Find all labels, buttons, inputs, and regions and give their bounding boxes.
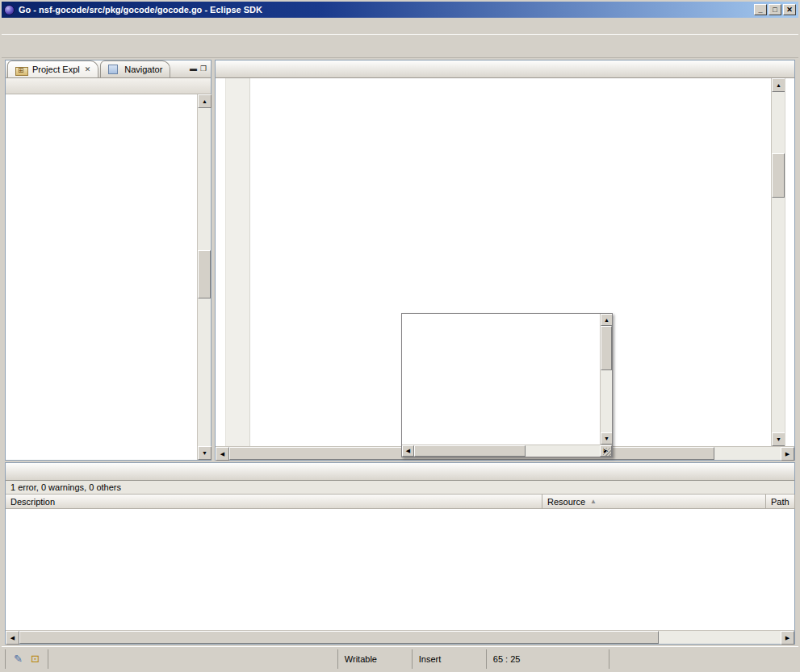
close-icon[interactable]: ✕ <box>85 65 91 73</box>
eclipse-logo-icon <box>4 5 15 15</box>
project-explorer-icon <box>15 64 26 75</box>
window-title: Go - nsf-gocode/src/pkg/gocode/gocode.go… <box>19 5 752 15</box>
problems-panel: 1 error, 0 warnings, 0 others Descriptio… <box>5 462 795 645</box>
editor-tab-row <box>216 61 794 78</box>
popup-vertical-scrollbar[interactable]: ▲ ▼ <box>600 314 612 445</box>
eclipse-window: Go - nsf-gocode/src/pkg/gocode/gocode.go… <box>0 0 800 672</box>
insert-mode-indicator: Insert <box>412 649 486 669</box>
main-area: Project Expl ✕ Navigator ▬ ❐ ▲ ▼ <box>2 58 798 462</box>
navigator-icon <box>108 65 118 74</box>
annotation-ruler[interactable] <box>216 78 226 446</box>
popup-resize-grip[interactable] <box>603 448 611 456</box>
scroll-down-icon[interactable]: ▼ <box>772 432 785 446</box>
scroll-down-icon[interactable]: ▼ <box>601 432 612 445</box>
explorer-toolbar <box>6 78 211 94</box>
completion-list <box>402 314 600 445</box>
tab-label: Project Expl <box>32 65 80 74</box>
explorer-minmax: ▬ ❐ <box>190 65 211 77</box>
explorer-tab-row: Project Expl ✕ Navigator ▬ ❐ <box>6 61 211 78</box>
status-bar: ✎ ⊡ Writable Insert 65 : 25 <box>2 646 798 670</box>
scroll-left-icon[interactable]: ◀ <box>216 447 229 461</box>
tab-navigator[interactable]: Navigator <box>100 61 170 77</box>
project-tree <box>6 94 197 460</box>
main-toolbar <box>2 34 798 58</box>
problems-table-header: Description Resource▲ Path <box>6 495 794 509</box>
tab-label: Navigator <box>124 65 162 74</box>
column-path[interactable]: Path <box>766 495 795 509</box>
overview-ruler[interactable] <box>785 78 794 446</box>
scroll-up-icon[interactable]: ▲ <box>601 314 612 326</box>
scroll-right-icon[interactable]: ▶ <box>781 447 794 461</box>
scroll-up-icon[interactable]: ▲ <box>198 94 212 108</box>
writable-indicator: Writable <box>337 649 412 669</box>
content-assist-popup: ▲ ▼ ◀ ▶ <box>401 313 613 457</box>
scroll-down-icon[interactable]: ▼ <box>198 446 212 460</box>
column-description[interactable]: Description <box>6 495 542 509</box>
minimize-view-icon[interactable]: ▬ <box>190 65 197 73</box>
problems-tab-row <box>6 463 794 481</box>
scroll-left-icon[interactable]: ◀ <box>402 445 414 457</box>
close-button[interactable]: ✕ <box>783 4 796 15</box>
tree-vertical-scrollbar[interactable]: ▲ ▼ <box>197 94 211 460</box>
menu-bar <box>2 18 798 34</box>
editor-vertical-scrollbar[interactable]: ▲ ▼ <box>771 78 785 446</box>
title-bar[interactable]: Go - nsf-gocode/src/pkg/gocode/gocode.go… <box>2 2 798 18</box>
fast-view-icon[interactable]: ✎ <box>14 653 23 665</box>
scroll-up-icon[interactable]: ▲ <box>772 78 785 92</box>
scroll-right-icon[interactable]: ▶ <box>781 631 794 645</box>
project-explorer-panel: Project Expl ✕ Navigator ▬ ❐ ▲ ▼ <box>5 60 212 461</box>
annotation-icon[interactable]: ⊡ <box>31 653 40 665</box>
problems-horizontal-scrollbar[interactable]: ◀ ▶ <box>6 630 794 644</box>
statusbar-icons: ✎ ⊡ <box>5 649 48 669</box>
problems-table-body <box>6 509 794 630</box>
popup-horizontal-scrollbar[interactable]: ◀ ▶ <box>402 445 612 457</box>
cursor-position-indicator: 65 : 25 <box>486 649 560 669</box>
column-resource[interactable]: Resource▲ <box>542 495 766 509</box>
problems-summary: 1 error, 0 warnings, 0 others <box>6 481 794 495</box>
scroll-left-icon[interactable]: ◀ <box>6 631 19 645</box>
statusbar-divider <box>609 649 609 669</box>
line-number-ruler[interactable] <box>226 78 250 446</box>
sort-ascending-icon: ▲ <box>590 498 597 505</box>
maximize-button[interactable]: □ <box>769 4 781 15</box>
tab-project-explorer[interactable]: Project Expl ✕ <box>7 61 98 77</box>
minimize-button[interactable]: _ <box>754 4 767 15</box>
maximize-view-icon[interactable]: ❐ <box>200 65 207 73</box>
